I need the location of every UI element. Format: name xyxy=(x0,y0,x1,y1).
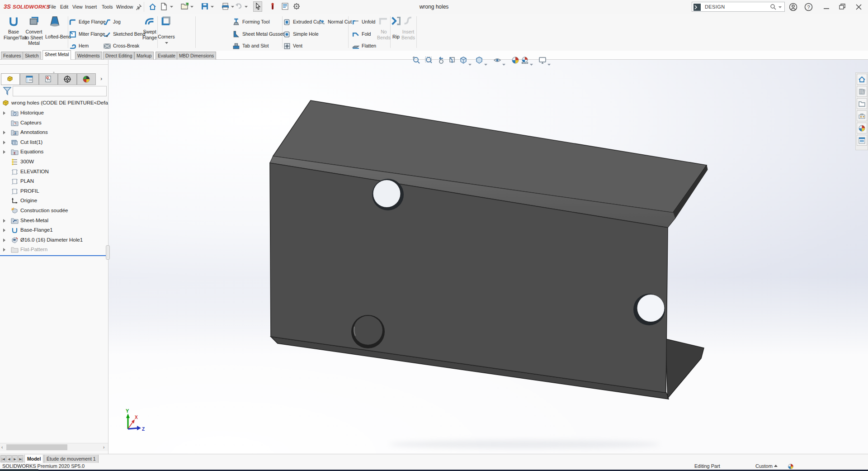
tab-sheet-metal[interactable]: Sheet Metal xyxy=(42,50,71,60)
view-orientation-icon[interactable] xyxy=(459,56,467,67)
filter-icon[interactable] xyxy=(3,86,12,98)
menu-file[interactable]: File xyxy=(48,4,56,12)
ribbon-button-base-flange-tab[interactable]: BaseFlange/Tab xyxy=(4,15,24,40)
expand-arrow-icon[interactable] xyxy=(3,131,5,134)
tree-item-elevation[interactable]: ELEVATION xyxy=(0,167,108,177)
nav-next-icon[interactable]: ▶ xyxy=(12,455,18,462)
right-web-hole[interactable] xyxy=(633,294,665,325)
section-view-icon[interactable] xyxy=(448,56,456,67)
menu-tools[interactable]: Tools xyxy=(102,4,113,12)
panel-drag-handle[interactable] xyxy=(51,67,57,69)
selection-filter-icon[interactable] xyxy=(269,2,278,11)
expand-arrow-icon[interactable] xyxy=(3,150,5,154)
hscroll-thumb[interactable] xyxy=(6,444,67,450)
tab-markup[interactable]: Markup xyxy=(134,52,154,60)
custom-properties-icon[interactable] xyxy=(857,135,867,146)
propertymanager-tab-icon[interactable] xyxy=(20,73,39,85)
tree-item-sheet-metal[interactable]: Sheet-Metal xyxy=(0,216,108,226)
viewport-3d[interactable]: Y X Z xyxy=(108,60,868,454)
tree-item-equations[interactable]: ΣEquations xyxy=(0,147,108,157)
configurationmanager-tab-icon[interactable] xyxy=(39,73,58,85)
minimize-window-icon[interactable] xyxy=(823,3,832,11)
tree-item-annotations[interactable]: AAnnotations xyxy=(0,128,108,138)
model-tab--tude-de-mouvement-1[interactable]: Étude de mouvement 1 xyxy=(44,455,99,463)
view-settings-caret[interactable] xyxy=(547,60,551,68)
menu-view[interactable]: View xyxy=(72,4,83,12)
tree-item-capteurs[interactable]: Capteurs xyxy=(0,119,108,128)
user-account-icon[interactable] xyxy=(789,3,798,11)
file-explorer-icon[interactable] xyxy=(857,98,867,109)
tab-features[interactable]: Features xyxy=(1,52,23,60)
tab-direct-editing[interactable]: Direct Editing xyxy=(103,52,134,60)
tree-item-300w[interactable]: 300W xyxy=(0,157,108,167)
tab-evaluate[interactable]: Evaluate xyxy=(156,52,178,60)
nav-first-icon[interactable]: |◀ xyxy=(0,455,6,462)
select-arrow-icon[interactable] xyxy=(253,1,262,12)
menu-window[interactable]: Window xyxy=(116,4,133,12)
appearances-icon[interactable] xyxy=(857,123,867,133)
tree-item--16-0-16-diameter-hole1[interactable]: Ø16.0 (16) Diameter Hole1 xyxy=(0,236,108,245)
upper-web-hole[interactable] xyxy=(372,179,404,210)
part-3d-model[interactable]: Y X Z xyxy=(108,60,868,454)
print-dropdown-caret[interactable] xyxy=(231,6,234,8)
restore-window-icon[interactable] xyxy=(839,3,848,11)
undo-icon[interactable] xyxy=(235,2,244,11)
design-library-icon[interactable] xyxy=(857,86,867,97)
nav-last-icon[interactable]: ▶| xyxy=(18,455,24,462)
previous-view-icon[interactable] xyxy=(437,56,445,67)
open-dropdown-caret[interactable] xyxy=(190,6,193,8)
featuremanager-tab-icon[interactable] xyxy=(1,73,20,85)
displaymanager-tab-icon[interactable] xyxy=(77,73,96,85)
tree-item-cut-list-1-[interactable]: Cut list(1) xyxy=(0,138,108,147)
nav-prev-icon[interactable]: ◀ xyxy=(6,455,12,462)
zoom-area-icon[interactable] xyxy=(425,56,433,67)
lower-web-hole[interactable] xyxy=(351,315,385,348)
edit-appearance-icon[interactable] xyxy=(511,56,519,67)
tree-item-root[interactable]: wrong holes (CODE DE PEINTURE<Defa xyxy=(0,99,108,108)
tree-item-base-flange1[interactable]: Base-Flange1 xyxy=(0,226,108,235)
tree-filter-input[interactable] xyxy=(13,86,107,96)
menu-insert[interactable]: Insert xyxy=(85,4,97,12)
new-document-icon[interactable] xyxy=(160,2,169,11)
hide-show-items-icon[interactable] xyxy=(493,56,501,67)
home-icon[interactable] xyxy=(148,2,157,11)
search-input[interactable]: DESIGN xyxy=(705,4,725,10)
tab-weldments[interactable]: Weldments xyxy=(75,52,102,60)
panel-tabs-more-icon[interactable]: › xyxy=(100,75,102,82)
hscroll-left-arrow[interactable]: ‹ xyxy=(1,445,3,450)
save-dropdown-caret[interactable] xyxy=(211,6,214,8)
menu-edit[interactable]: Edit xyxy=(60,4,68,12)
options-gear-icon[interactable] xyxy=(292,2,302,11)
apply-scene-caret[interactable] xyxy=(530,60,533,68)
view-orientation-caret[interactable] xyxy=(468,60,472,68)
tree-item-origine[interactable]: Origine xyxy=(0,196,108,206)
save-icon[interactable] xyxy=(201,2,210,11)
undo-dropdown-caret[interactable] xyxy=(245,6,248,8)
print-icon[interactable] xyxy=(221,2,230,11)
apply-scene-icon[interactable] xyxy=(521,56,529,67)
expand-arrow-icon[interactable] xyxy=(3,238,5,242)
document-properties-icon[interactable] xyxy=(281,2,290,11)
tree-item-construction-soud-e[interactable]: Construction soudée xyxy=(0,206,108,216)
expand-arrow-icon[interactable] xyxy=(3,248,5,252)
ribbon-button-lofted-bend[interactable]: Lofted-Bend xyxy=(45,15,65,40)
model-tab-model[interactable]: Model xyxy=(24,455,43,463)
display-style-caret[interactable] xyxy=(484,60,487,68)
tab-sketch[interactable]: Sketch xyxy=(23,52,41,60)
search-box[interactable]: DESIGN xyxy=(692,2,785,12)
ribbon-button-corners[interactable]: Corners xyxy=(156,15,176,45)
expand-arrow-icon[interactable] xyxy=(3,228,5,232)
dimxpertmanager-tab-icon[interactable] xyxy=(58,73,77,85)
ribbon-button-insert-bends[interactable]: InsertBends xyxy=(398,15,418,40)
hscroll-right-arrow[interactable]: › xyxy=(103,445,104,450)
view-settings-icon[interactable] xyxy=(538,56,547,67)
tab-mbd-dimensions[interactable]: MBD Dimensions xyxy=(177,52,216,60)
expand-arrow-icon[interactable] xyxy=(3,111,5,115)
panel-split-bar[interactable] xyxy=(0,255,108,256)
expand-arrow-icon[interactable] xyxy=(3,141,5,144)
new-document-dropdown-caret[interactable] xyxy=(170,6,173,8)
home-tab-icon[interactable] xyxy=(857,74,867,85)
close-window-icon[interactable] xyxy=(855,3,864,11)
tree-item-flat-pattern[interactable]: Flat-Pattern xyxy=(0,245,108,255)
tree-item-profil[interactable]: PROFIL xyxy=(0,187,108,196)
